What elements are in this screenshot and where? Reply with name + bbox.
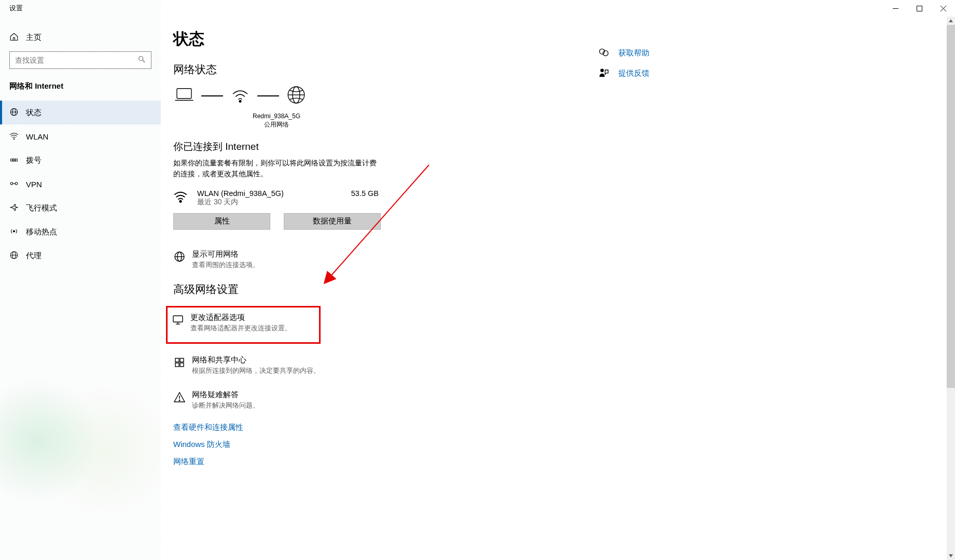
connected-description: 如果你的流量套餐有限制，则你可以将此网络设置为按流量计费的连接，或者更改其他属性… [173, 158, 381, 179]
title-bar: 设置 [0, 0, 955, 17]
troubleshoot-desc: 诊断并解决网络问题。 [192, 401, 259, 410]
search-container [0, 49, 161, 76]
sidebar-item-label: 飞行模式 [26, 203, 57, 213]
svg-line-5 [143, 60, 145, 62]
globe-icon [285, 84, 307, 108]
sidebar-item-dialup[interactable]: 拨号 [0, 148, 161, 172]
svg-rect-10 [10, 159, 18, 161]
adapter-title: 更改适配器选项 [190, 313, 292, 323]
network-reset-link[interactable]: 网络重置 [173, 457, 204, 465]
data-usage-button[interactable]: 数据使用量 [284, 213, 381, 230]
hotspot-icon [9, 227, 19, 237]
aside-panel: 获取帮助 提供反馈 [599, 29, 744, 539]
hardware-link[interactable]: 查看硬件和连接属性 [173, 423, 599, 432]
topology-network-type: 公用网络 [201, 120, 352, 129]
connection-name: WLAN (Redmi_938A_5G) [197, 189, 344, 198]
network-status-header: 网络状态 [173, 62, 599, 77]
sidebar-item-airplane[interactable]: 飞行模式 [0, 196, 161, 220]
sidebar-item-label: VPN [26, 180, 42, 189]
page-title: 状态 [173, 29, 599, 50]
sidebar-item-vpn[interactable]: VPN [0, 172, 161, 196]
feedback-label: 提供反馈 [618, 68, 649, 78]
show-networks-icon [173, 249, 192, 265]
svg-rect-36 [175, 363, 179, 367]
sidebar-item-proxy[interactable]: 代理 [0, 244, 161, 268]
svg-rect-21 [177, 89, 191, 99]
window-controls [883, 0, 955, 17]
sidebar-item-label: WLAN [26, 132, 48, 141]
sharing-desc: 根据所连接到的网络，决定要共享的内容。 [192, 366, 320, 375]
status-icon [9, 107, 19, 118]
show-networks-option[interactable]: 显示可用网络 查看周围的连接选项。 [173, 247, 599, 272]
app-root: 设置 主页 [0, 0, 955, 560]
get-help-link[interactable]: 获取帮助 [599, 47, 744, 59]
svg-point-11 [12, 160, 13, 161]
sidebar-item-hotspot[interactable]: 移动热点 [0, 220, 161, 244]
monitor-icon [172, 313, 190, 328]
svg-point-27 [179, 201, 182, 203]
get-help-label: 获取帮助 [618, 48, 649, 58]
main-content: 状态 网络状态 Redmi_938A_5G 公用网络 你已连接到 Inte [161, 0, 955, 560]
svg-point-4 [139, 57, 143, 61]
connection-info: WLAN (Redmi_938A_5G) 最近 30 天内 [197, 189, 344, 207]
properties-button[interactable]: 属性 [173, 213, 270, 230]
laptop-icon [173, 84, 195, 108]
adapter-options[interactable]: 更改适配器选项 查看网络适配器并更改连接设置。 [172, 311, 316, 335]
troubleshoot-title: 网络疑难解答 [192, 390, 259, 400]
sharing-center-option[interactable]: 网络和共享中心 根据所连接到的网络，决定要共享的内容。 [173, 353, 599, 377]
minimize-button[interactable] [883, 0, 907, 17]
warning-icon [173, 390, 192, 405]
connected-title: 你已连接到 Internet [173, 140, 599, 153]
svg-point-13 [15, 160, 16, 161]
content-column: 状态 网络状态 Redmi_938A_5G 公用网络 你已连接到 Inte [173, 29, 599, 539]
sidebar-item-label: 拨号 [26, 156, 41, 165]
app-title: 设置 [0, 4, 23, 13]
connection-row: WLAN (Redmi_938A_5G) 最近 30 天内 53.5 GB [173, 189, 381, 207]
sidebar-item-wlan[interactable]: WLAN [0, 124, 161, 148]
feedback-icon [599, 67, 609, 79]
topology-line [257, 95, 279, 96]
scroll-thumb[interactable] [947, 25, 955, 388]
vertical-scrollbar[interactable] [947, 17, 955, 560]
svg-point-14 [10, 182, 13, 185]
home-button[interactable]: 主页 [0, 26, 161, 49]
sidebar-item-label: 代理 [26, 251, 41, 261]
search-field[interactable] [10, 56, 132, 64]
firewall-link[interactable]: Windows 防火墙 [173, 440, 599, 450]
feedback-link[interactable]: 提供反馈 [599, 67, 744, 79]
sidebar-section-title: 网络和 Internet [0, 76, 161, 96]
svg-rect-31 [173, 316, 183, 322]
svg-point-39 [179, 400, 180, 401]
sharing-title: 网络和共享中心 [192, 355, 320, 365]
proxy-icon [9, 250, 19, 261]
troubleshoot-option[interactable]: 网络疑难解答 诊断并解决网络问题。 [173, 388, 599, 412]
search-input[interactable] [9, 51, 151, 69]
maximize-button[interactable] [907, 0, 931, 17]
svg-point-15 [15, 182, 18, 185]
topology-captions: Redmi_938A_5G 公用网络 [201, 112, 352, 129]
svg-rect-34 [175, 358, 179, 362]
svg-rect-35 [180, 358, 184, 362]
sharing-icon [173, 355, 192, 371]
svg-point-42 [600, 69, 604, 73]
vpn-icon [9, 179, 19, 190]
dialup-icon [9, 155, 19, 166]
scroll-down-button[interactable] [947, 552, 955, 560]
svg-point-17 [13, 230, 15, 232]
topology-ssid: Redmi_938A_5G [201, 112, 352, 120]
connection-buttons: 属性 数据使用量 [173, 213, 381, 230]
topology-line [201, 95, 223, 96]
scroll-up-button[interactable] [947, 17, 955, 25]
home-icon [9, 32, 19, 43]
airplane-icon [9, 203, 19, 214]
highlighted-adapter-option: 更改适配器选项 查看网络适配器并更改连接设置。 [166, 306, 321, 344]
adapter-desc: 查看网络适配器并更改连接设置。 [190, 324, 292, 333]
connection-period: 最近 30 天内 [197, 198, 344, 207]
svg-rect-1 [917, 6, 922, 11]
home-label: 主页 [26, 33, 41, 43]
sidebar-item-label: 状态 [26, 108, 41, 118]
close-button[interactable] [931, 0, 955, 17]
sidebar-item-status[interactable]: 状态 [0, 101, 161, 124]
svg-point-12 [13, 160, 15, 161]
svg-rect-37 [180, 363, 184, 367]
